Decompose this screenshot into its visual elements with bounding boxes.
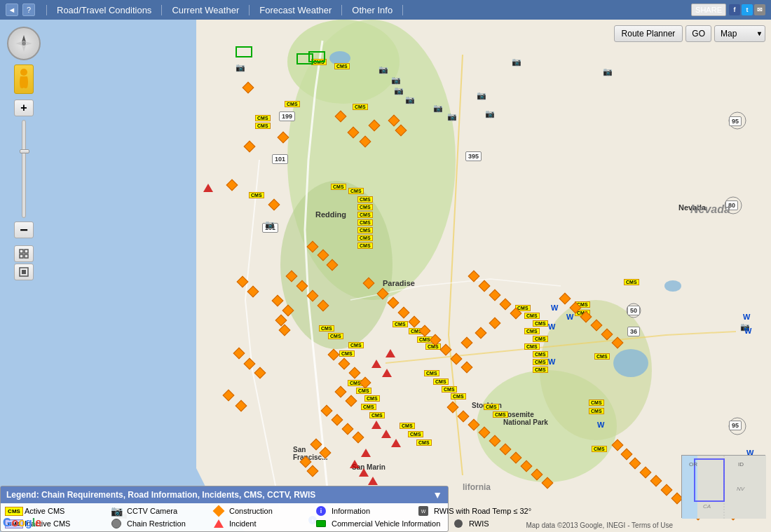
rwis-marker-7: W (744, 327, 751, 335)
cms-marker-46: CMS (484, 404, 499, 410)
cctv-camera-13: 📷 (265, 220, 275, 229)
highway-label-36: 36 (627, 327, 640, 336)
cctv-camera-11: 📷 (603, 67, 613, 76)
cms-marker-18: CMS (328, 333, 343, 339)
map-terms: Map data ©2013 Google, INEGI - Terms of … (526, 521, 673, 529)
cms-marker-2: CMS (334, 63, 350, 69)
map-type-selector[interactable]: MapSatelliteTerrain (714, 25, 765, 42)
chain-restriction-icon (109, 519, 124, 528)
nav-current-weather[interactable]: Current Weather (162, 5, 250, 15)
svg-rect-22 (20, 250, 23, 253)
legend-row-2: CMS Inactive CMS Chain Restriction Incid… (6, 519, 442, 528)
street-view-button[interactable] (14, 64, 34, 94)
cms-marker-27: CMS (364, 395, 380, 402)
information-icon: i (313, 506, 329, 516)
cms-marker-50: CMS (592, 446, 607, 452)
svg-marker-19 (25, 41, 32, 46)
legend-row-1: CMS Active CMS 📷 CCTV Camera Constructio… (6, 506, 442, 516)
legend-collapse-button[interactable]: ▼ (432, 489, 442, 500)
zoom-slider[interactable] (22, 120, 26, 218)
svg-point-21 (20, 69, 27, 76)
back-button[interactable]: ◄ (6, 4, 18, 16)
share-label: SHARE (695, 6, 722, 14)
rwis-marker-2: W (566, 313, 573, 321)
cms-marker-26: CMS (356, 388, 371, 394)
cms-marker-4: CMS (255, 123, 271, 129)
city-label-paradise: Paradise (383, 279, 415, 287)
cctv-camera-7: 📷 (447, 112, 457, 121)
go-button[interactable]: GO (685, 25, 711, 42)
cms-marker-3: CMS (255, 115, 271, 121)
cms-marker-51: CMS (624, 279, 639, 285)
cms-marker-30: CMS (424, 370, 439, 376)
cms-marker-39: CMS (533, 320, 548, 327)
cms-marker-43: CMS (533, 351, 548, 357)
cctv-icon: 📷 (109, 506, 124, 516)
route-planner-button[interactable]: Route Planner (614, 25, 683, 42)
cctv-camera-4: 📷 (394, 86, 404, 95)
cms-marker-5: CMS (285, 101, 300, 107)
construction-label: Construction (229, 507, 273, 515)
incident-marker-9 (350, 460, 360, 468)
email-share-icon[interactable]: ✉ (754, 4, 765, 15)
svg-text:CA: CA (703, 503, 711, 510)
cms-marker-24: CMS (425, 343, 441, 350)
nav-other-info[interactable]: Other Info (342, 5, 403, 15)
legend-item-chain-restriction: Chain Restriction (109, 519, 200, 528)
state-label-nevada2: Nevada (690, 203, 730, 216)
incident-marker-2 (371, 360, 381, 368)
nav-road-travel[interactable]: Road/Travel Conditions (46, 5, 162, 15)
zoom-out-button[interactable]: − (14, 221, 34, 238)
facebook-share-icon[interactable]: f (729, 4, 740, 15)
cms-marker-49: CMS (589, 408, 604, 414)
cms-marker-9: CMS (348, 188, 364, 194)
incident-marker-7 (391, 439, 401, 447)
cctv-camera-1: 📷 (378, 65, 388, 74)
nav-forecast-weather[interactable]: Forecast Weather (250, 5, 342, 15)
cctv-camera-2: 📷 (391, 76, 401, 85)
cms-marker-36: CMS (416, 439, 432, 446)
rwis-icon (451, 519, 466, 528)
highway-label-101: 101 (272, 154, 288, 164)
map-legend: Legend: Chain Requirements, Road Informa… (0, 486, 449, 532)
zoom-overview-button[interactable] (14, 264, 34, 280)
compass-control[interactable] (7, 27, 41, 60)
svg-marker-18 (15, 41, 22, 46)
cms-marker-29: CMS (369, 412, 385, 418)
zoom-in-button[interactable]: + (14, 100, 34, 116)
map-control-bar: Route Planner GO MapSatelliteTerrain ▼ (614, 25, 765, 42)
highway-label-50: 50 (627, 306, 640, 315)
cms-marker-7: CMS (249, 192, 264, 198)
share-button[interactable]: SHARE (691, 4, 726, 16)
zoom-fit-button[interactable] (14, 245, 34, 262)
cms-marker-45: CMS (533, 367, 548, 373)
cctv-camera-8: 📷 (477, 91, 486, 100)
cms-marker-13: CMS (357, 219, 373, 226)
legend-item-cctv: 📷 CCTV Camera (109, 506, 200, 516)
incident-marker-8 (361, 449, 371, 457)
cms-marker-38: CMS (524, 313, 540, 319)
svg-rect-27 (22, 270, 26, 274)
cms-marker-31: CMS (433, 378, 449, 385)
twitter-share-icon[interactable]: t (742, 4, 753, 15)
mini-map[interactable]: OR ID NV CA (681, 455, 765, 518)
help-button[interactable]: ? (22, 4, 35, 16)
svg-rect-24 (20, 254, 23, 258)
incident-marker-3 (382, 369, 392, 377)
rwis-marker-1: W (551, 303, 558, 312)
terms-link[interactable]: Terms of Use (632, 521, 673, 529)
incident-marker-1 (386, 349, 395, 357)
cctv-camera-9: 📷 (485, 109, 495, 118)
cms-marker-17: CMS (319, 325, 334, 332)
incident-label: Incident (229, 519, 257, 528)
map-container[interactable]: 101 199 395 101 95 95 50 36 80 Redding P… (0, 20, 771, 532)
top-navigation-bar: ◄ ? Road/Travel Conditions Current Weath… (0, 0, 771, 20)
svg-text:ID: ID (738, 461, 744, 468)
incident-marker-10 (359, 468, 369, 477)
cms-marker-41: CMS (533, 336, 548, 342)
rwis-temp-icon: W (416, 506, 431, 516)
state-label-california: lifornia (463, 482, 491, 492)
chain-restriction-label: Chain Restriction (127, 519, 186, 528)
highway-label-395: 395 (465, 151, 482, 161)
active-cms-label: Active CMS (25, 507, 64, 515)
